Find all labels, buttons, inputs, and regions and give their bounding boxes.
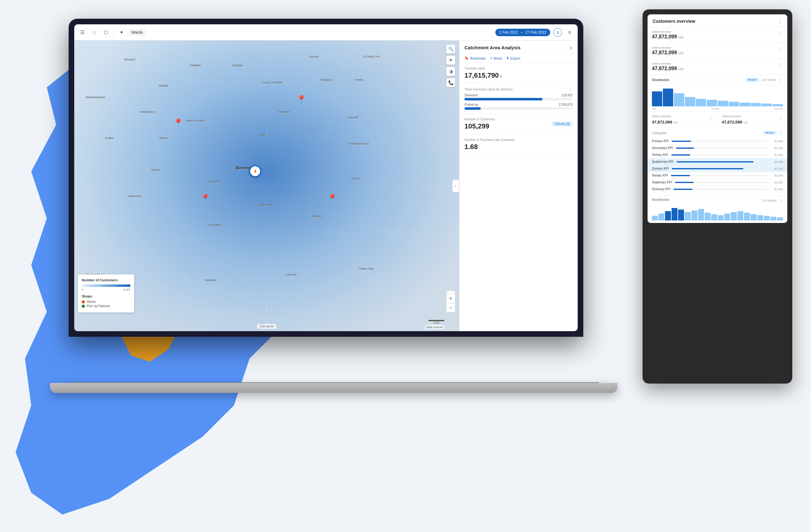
- chart-bar-4: [685, 97, 695, 106]
- map-toolbar: ☰ ⌂ ⬡ ✦ Wards 1 Feb 2022 → 27 Feb 2022 1…: [74, 24, 578, 41]
- cat-bar-4: [672, 168, 744, 169]
- metric2-dots[interactable]: ⋮: [779, 46, 783, 51]
- phone-metric-2: Online turnover 47,872,099 czk ⋮: [647, 43, 787, 59]
- metric1-label: Online turnover: [652, 30, 684, 33]
- panel-toggle-arrow[interactable]: ›: [452, 179, 459, 192]
- chart-bar-6: [707, 100, 717, 106]
- cat-bar-area-6: [675, 182, 767, 183]
- distribution-reset[interactable]: RESET: [746, 78, 759, 82]
- cat-bar-5: [671, 175, 690, 176]
- cat-bar-1: [676, 147, 694, 149]
- category-row-3[interactable]: Quaternary KPI 91,253: [647, 158, 787, 165]
- menu-icon[interactable]: ☰: [78, 28, 87, 37]
- category-row-2[interactable]: Tertiary KPI 91,253: [652, 152, 783, 158]
- chart-bar-8: [729, 101, 739, 106]
- turnover-section: Turnover value 17,615,790 £: [459, 63, 578, 83]
- toolbar-separator: [113, 29, 114, 36]
- laptop-bezel: ☰ ⌂ ⬡ ✦ Wards 1 Feb 2022 → 27 Feb 2022 1…: [68, 19, 583, 337]
- search-map-button[interactable]: 🔍: [446, 44, 455, 53]
- metric1-dots[interactable]: ⋮: [779, 30, 783, 35]
- pickedup-value: 2,265,670: [559, 103, 573, 106]
- phone-panel: Customers overview ⋮ Online turnover 47,…: [643, 9, 792, 384]
- delivery-section: Total Turnover value by delivery ⋮ Deliv…: [459, 83, 578, 114]
- distribution-dots[interactable]: ⋮: [779, 77, 783, 82]
- objects-count: 120 objects: [762, 78, 776, 81]
- col-metric-1: Online turnover ⋮ 47,872,099 czk: [647, 112, 717, 127]
- customers-value: 105,299: [464, 122, 495, 130]
- store-dot: [82, 300, 85, 303]
- phone-title: Customers overview: [653, 19, 695, 24]
- cursor-icon[interactable]: ✦: [117, 28, 126, 37]
- categories-reset[interactable]: RESET: [763, 131, 777, 135]
- zoom-out-button[interactable]: −: [446, 303, 455, 312]
- distribution-chart: 100 20,000 100,000: [647, 85, 787, 112]
- turnover-label: Turnover value: [464, 67, 573, 70]
- pin-pickup-1: 📍: [200, 194, 210, 203]
- main-pin[interactable]: 4: [249, 165, 261, 177]
- filter-icon[interactable]: ≡: [565, 28, 574, 37]
- bookmark-button[interactable]: 🔖 Bookmark: [464, 56, 486, 60]
- zoom-controls: + −: [446, 294, 455, 312]
- pickedup-bar-bg: [464, 107, 573, 110]
- categories-header: Categories RESET ⋮: [652, 130, 783, 135]
- date-arrow: →: [520, 30, 524, 35]
- date-range[interactable]: 1 Feb 2022 → 27 Feb 2022: [495, 29, 550, 36]
- category-row-7[interactable]: Octonary KPI 91,253: [652, 186, 783, 193]
- cat-bar-6: [675, 182, 693, 183]
- col2-dots[interactable]: ⋮: [779, 115, 783, 120]
- pickup-dot: [82, 305, 85, 308]
- laptop-screen: ☰ ⌂ ⬡ ✦ Wards 1 Feb 2022 → 27 Feb 2022 1…: [74, 24, 578, 331]
- cat-bar-area-3: [676, 161, 767, 162]
- share-button[interactable]: ↗ Share: [489, 56, 503, 60]
- map-legend: Number of Customers 2 5,267 Shops Stores: [78, 275, 134, 312]
- layers-icon[interactable]: ⬡: [102, 28, 110, 37]
- cat-name-7: Octonary KPI: [652, 187, 670, 191]
- categories-section: Categories RESET ⋮ Primary KPI 91,253 Se…: [647, 128, 787, 195]
- col1-dots[interactable]: ⋮: [708, 115, 713, 120]
- bottom-distribution: Distribution 120 objects ⋮: [647, 195, 787, 223]
- edit-panel-button[interactable]: Edit panel: [257, 324, 276, 329]
- delivery-menu[interactable]: ⋮: [568, 88, 573, 93]
- date-from: 1 Feb 2022: [499, 30, 518, 35]
- customers-label: Number of Customers: [464, 118, 495, 121]
- category-row-6[interactable]: Septenary KPI 91,253: [652, 179, 783, 186]
- bottom-dots[interactable]: ⋮: [779, 198, 783, 203]
- eye-button[interactable]: 👁: [446, 56, 455, 65]
- filter-button[interactable]: 1: [553, 28, 562, 37]
- panel-chevron[interactable]: ∨: [569, 45, 573, 50]
- categories-dots[interactable]: ⋮: [779, 130, 783, 135]
- cat-name-4: Quinary KPI: [652, 167, 669, 170]
- pickedup-label: Picked up: [464, 103, 478, 106]
- category-row-0[interactable]: Primary KPI 91,253: [652, 138, 783, 145]
- cat-name-5: Senary KPI: [652, 174, 668, 177]
- home-icon[interactable]: ⌂: [90, 28, 98, 37]
- export-button[interactable]: ⬇ Export: [506, 56, 520, 60]
- bottom-dist-label: Distribution: [652, 198, 669, 203]
- visualize-button[interactable]: VISUALIZE: [552, 121, 573, 127]
- x-axis-mid: 20,000: [711, 107, 719, 110]
- map-area: Bloxwich Fazeley STONEELPH Sheffield Ald…: [74, 41, 459, 331]
- panel-title: Catchment Area Analysis: [464, 45, 521, 50]
- category-row-1[interactable]: Secondary KPI 91,253: [652, 145, 783, 152]
- phone-menu-dots[interactable]: ⋮: [778, 19, 782, 24]
- phone-map-button[interactable]: 📞: [446, 78, 455, 87]
- legend-pickup: Pick Up Partners: [82, 304, 131, 308]
- category-row-4[interactable]: Quinary KPI 91,253: [647, 165, 787, 172]
- scale-label: 3 km: [433, 321, 440, 324]
- cat-name-1: Secondary KPI: [652, 146, 673, 150]
- pickup-label: Pick Up Partners: [87, 304, 110, 308]
- cat-value-1: 91,253: [770, 146, 783, 150]
- cat-bar-area-4: [672, 168, 767, 169]
- map-attribution: Data sources: [425, 325, 444, 329]
- layers-toggle[interactable]: ◑: [446, 67, 455, 76]
- zoom-in-button[interactable]: +: [446, 294, 455, 303]
- delivered-value: 119,932: [562, 94, 573, 97]
- purchases-section: Number of Purchases per Customer 1.68: [459, 135, 578, 155]
- wards-selector[interactable]: Wards: [129, 29, 146, 36]
- legend-max: 5,267: [123, 288, 131, 291]
- phone-content: Customers overview ⋮ Online turnover 47,…: [647, 14, 787, 223]
- category-row-5[interactable]: Senary KPI 91,253: [652, 172, 783, 179]
- metric3-dots[interactable]: ⋮: [779, 62, 783, 67]
- chart-bar-11: [762, 104, 772, 106]
- delivery-header: Total Turnover value by delivery ⋮: [464, 87, 573, 94]
